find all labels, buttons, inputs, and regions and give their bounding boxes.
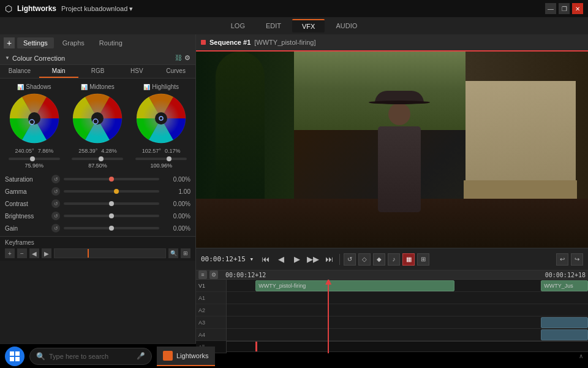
shadows-wheel-canvas[interactable] <box>9 93 60 145</box>
balance-tab[interactable]: Balance <box>0 65 39 78</box>
diamond2-button[interactable]: ◆ <box>373 253 385 266</box>
undo-button[interactable]: ↩ <box>556 253 568 266</box>
grid-button[interactable]: ⊞ <box>417 253 429 266</box>
shadows-values: 240.05° 7.86% <box>15 148 53 154</box>
maximize-button[interactable]: ❐ <box>559 3 570 14</box>
cc-header: ▼ Colour Correction ⛓ ⚙ <box>0 52 195 65</box>
graphs-tab[interactable]: Graphs <box>56 37 91 48</box>
main-tab[interactable]: Main <box>39 65 78 78</box>
tab-log[interactable]: LOG <box>221 20 255 32</box>
rgb-tab[interactable]: RGB <box>78 65 118 78</box>
brightness-reset[interactable]: ↺ <box>51 212 60 220</box>
gamma-reset[interactable]: ↺ <box>51 187 60 196</box>
v1-clip-main[interactable]: WWTY_pistol-firing <box>255 280 454 291</box>
lightworks-taskbar-app[interactable]: Lightworks <box>157 347 215 366</box>
tab-edit[interactable]: EDIT <box>256 20 291 32</box>
saturation-reset[interactable]: ↺ <box>51 175 60 183</box>
highlights-slider[interactable] <box>135 158 187 160</box>
tl-menu-icon[interactable]: ≡ <box>198 270 207 279</box>
gamma-handle <box>114 189 119 194</box>
link-icon[interactable]: ⛓ <box>175 54 182 62</box>
settings-tab[interactable]: Settings <box>17 37 54 48</box>
tl-tracks-container[interactable]: WWTY_pistol-firing WWTY_Jus <box>227 280 588 353</box>
a4-track[interactable] <box>227 329 588 341</box>
a2-label: A2 <box>196 304 226 316</box>
midtones-pct: 87.50% <box>88 163 107 169</box>
kf-search-icon[interactable]: 🔍 <box>168 248 178 258</box>
gamma-slider[interactable] <box>64 190 159 193</box>
shadows-label: 📊 Shadows <box>17 83 51 90</box>
expand-icon[interactable]: ▼ <box>5 55 10 61</box>
gamma-value: 1.00 <box>163 188 190 195</box>
titlebar-left: ⬡ Lightworks Project kubadownload ▾ <box>5 4 133 13</box>
taskbar-chevron[interactable]: ∧ <box>579 353 583 359</box>
loop-button[interactable]: ↺ <box>344 253 356 266</box>
contrast-slider[interactable] <box>64 202 159 205</box>
project-name[interactable]: Project kubadownload ▾ <box>61 5 133 13</box>
midtones-slider-handle <box>99 156 104 161</box>
goto-start-button[interactable]: ⏮ <box>258 253 272 266</box>
settings-icon[interactable]: ⚙ <box>184 54 190 62</box>
svg-point-10 <box>155 112 167 125</box>
a3-track[interactable] <box>227 316 588 329</box>
rewind-button[interactable]: ◀ <box>274 253 288 266</box>
gain-slider[interactable] <box>64 227 159 229</box>
add-panel-button[interactable]: + <box>4 37 15 48</box>
video-preview[interactable] <box>196 52 588 248</box>
keyframes-label: Keyframes <box>5 239 190 246</box>
contrast-reset[interactable]: ↺ <box>51 199 60 208</box>
start-button[interactable] <box>5 347 24 366</box>
timeline-body: V1 A1 A2 A3 A4 All WWTY_pistol-firing <box>196 280 588 353</box>
contrast-label: Contrast <box>5 201 48 207</box>
left-panel: + Settings Graphs Routing ▼ Colour Corre… <box>0 34 196 343</box>
saturation-slider[interactable] <box>64 178 159 180</box>
kf-right-icons: 🔍 ⊞ <box>168 248 190 258</box>
a3-label: A3 <box>196 316 226 329</box>
midtones-slider[interactable] <box>72 158 123 160</box>
gain-reset[interactable]: ↺ <box>51 224 60 232</box>
routing-tab[interactable]: Routing <box>93 37 129 48</box>
highlights-wheel-canvas[interactable] <box>135 93 187 145</box>
playback-timecode[interactable]: 00:00:12+15 ▾ <box>201 255 254 263</box>
hsv-tab[interactable]: HSV <box>117 65 156 78</box>
fast-forward-button[interactable]: ▶▶ <box>306 253 320 266</box>
v1-track[interactable]: WWTY_pistol-firing WWTY_Jus <box>227 280 588 292</box>
windows-logo-icon <box>10 351 20 361</box>
monitor-button[interactable]: ▦ <box>402 253 415 266</box>
a1-track[interactable] <box>227 292 588 304</box>
kf-zoom-icon[interactable]: ⊞ <box>181 248 190 258</box>
curves-tab[interactable]: Curves <box>156 65 195 78</box>
kf-minus-button[interactable]: − <box>17 248 27 258</box>
tl-settings-icon[interactable]: ⚙ <box>209 270 218 279</box>
highlights-values: 102.57° 0.17% <box>142 148 181 154</box>
gain-label: Gain <box>5 225 48 232</box>
play-button[interactable]: ▶ <box>290 253 304 266</box>
v1-clip-secondary[interactable]: WWTY_Jus <box>541 280 588 291</box>
cc-title: ▼ Colour Correction <box>5 55 65 62</box>
tl-playhead <box>328 280 329 353</box>
a4-clip[interactable] <box>541 329 588 340</box>
redo-button[interactable]: ↪ <box>571 253 583 266</box>
tab-audio[interactable]: AUDIO <box>326 20 367 32</box>
a3-clip[interactable] <box>541 317 588 328</box>
mic-icon: 🎤 <box>137 352 145 360</box>
kf-prev-button[interactable]: ◀ <box>29 248 39 258</box>
shadows-slider-handle <box>30 156 35 161</box>
shadows-wheel: 📊 Shadows <box>9 83 60 169</box>
goto-end-button[interactable]: ⏭ <box>322 253 336 266</box>
shadows-slider[interactable] <box>9 158 60 160</box>
diamond-button[interactable]: ◇ <box>358 253 371 266</box>
minimize-button[interactable]: — <box>545 3 556 14</box>
a2-track[interactable] <box>227 304 588 316</box>
tab-vfx[interactable]: VFX <box>292 19 325 33</box>
audio-button[interactable]: ♪ <box>388 253 400 266</box>
kf-next-button[interactable]: ▶ <box>42 248 51 258</box>
brightness-slider[interactable] <box>64 215 159 217</box>
highlights-slider-handle <box>167 156 172 161</box>
kf-add-button[interactable]: + <box>5 248 15 258</box>
close-button[interactable]: ✕ <box>572 3 583 14</box>
midtones-wheel-canvas[interactable] <box>72 93 123 145</box>
keyframe-playhead <box>88 249 89 258</box>
search-box[interactable]: 🔍 Type here to search 🎤 <box>29 348 152 365</box>
keyframes-track[interactable] <box>54 248 166 258</box>
